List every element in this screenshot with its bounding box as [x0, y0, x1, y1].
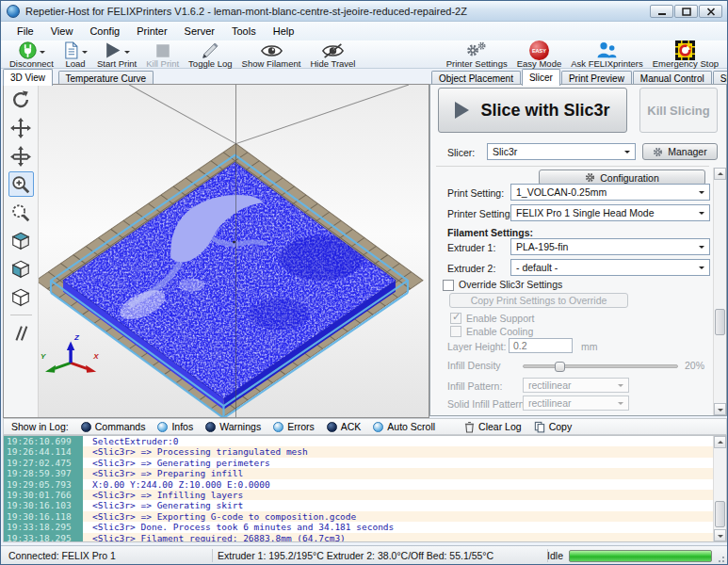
start-print-dropdown-arrow[interactable]: [124, 51, 130, 56]
load-button[interactable]: Load: [58, 40, 92, 69]
zoom-out-tool-button[interactable]: [8, 200, 34, 225]
override-settings-checkbox[interactable]: [443, 280, 454, 291]
show-filament-button[interactable]: Show Filament: [237, 40, 306, 69]
log-row: 19:30:16.103<Slic3r> => Generating skirt: [4, 500, 726, 510]
scroll-up-button[interactable]: [714, 436, 726, 448]
menu-item-file[interactable]: File: [8, 24, 42, 39]
easy-mode-button[interactable]: EASY Easy Mode: [512, 40, 567, 69]
extruder2-select[interactable]: - default -: [510, 259, 710, 276]
app-window: Repetier-Host for FELIXPrinters V1.6.2 -…: [0, 0, 728, 565]
printer-settings-button[interactable]: Printer Settings: [442, 40, 512, 69]
front-view-button[interactable]: [8, 256, 34, 282]
menu-item-help[interactable]: Help: [265, 24, 303, 39]
emergency-stop-button[interactable]: Emergency Stop: [648, 40, 723, 69]
pencil-icon: [202, 41, 219, 59]
parallel-projection-icon: [10, 323, 31, 344]
scrollbar-thumb[interactable]: [715, 309, 725, 335]
wireframe-view-button[interactable]: [8, 284, 34, 310]
print-setting-select[interactable]: 1_VOLCAN-0.25mm: [510, 184, 710, 201]
infill-density-label: Infill Density: [447, 360, 501, 371]
maximize-button[interactable]: [674, 5, 698, 18]
slicer-select[interactable]: Slic3r: [487, 143, 636, 160]
menu-item-printer[interactable]: Printer: [128, 24, 175, 39]
move-tool-button[interactable]: [8, 115, 34, 140]
filter-commands[interactable]: Commands: [81, 421, 146, 432]
log-filter-bar: Show in Log: Commands Infos Warnings Err…: [3, 418, 727, 435]
panel-tabs: Object PlacementSlicerPrint PreviewManua…: [431, 69, 728, 84]
override-settings-label[interactable]: Override Slic3r Settings: [459, 279, 562, 290]
slice-play-icon: [455, 102, 469, 119]
disconnect-dropdown-arrow[interactable]: [40, 51, 45, 56]
triangle-up-icon: [718, 438, 723, 444]
3d-scene[interactable]: Y X Z: [39, 85, 429, 417]
scrollbar-thumb[interactable]: [715, 501, 725, 527]
log-view[interactable]: 19:26:10.699SelectExtruder:0 19:26:44.11…: [3, 435, 727, 542]
disconnect-button[interactable]: Disconnect: [5, 40, 58, 69]
kill-slicing-button: Kill Slicing: [639, 88, 718, 133]
connection-status: Connected: FELIX Pro 1: [8, 550, 116, 561]
window-controls: [650, 5, 722, 18]
parallel-projection-button[interactable]: [8, 320, 34, 346]
toggle-log-button[interactable]: Toggle Log: [184, 40, 236, 69]
start-print-button[interactable]: Start Print: [92, 40, 141, 69]
rotate-tool-button[interactable]: [8, 87, 34, 112]
hide-travel-button[interactable]: Hide Travel: [305, 40, 360, 69]
dropdown-arrow-icon: [624, 151, 630, 156]
filter-infos[interactable]: Infos: [157, 421, 193, 432]
clear-log-button[interactable]: Clear Log: [464, 421, 522, 433]
resize-grip[interactable]: [722, 560, 724, 562]
printer-settings-select[interactable]: FELIX Pro 1 Single Head Mode: [510, 204, 710, 221]
minimize-button[interactable]: [650, 5, 673, 18]
isometric-view-button[interactable]: [8, 228, 34, 253]
eye-slash-icon: [322, 43, 344, 58]
filter-warnings[interactable]: Warnings: [205, 421, 261, 432]
filter-auto-scroll[interactable]: Auto Scroll: [373, 421, 435, 432]
app-icon: [7, 5, 20, 18]
panel-scrollbar[interactable]: [713, 168, 726, 415]
menu-item-tools[interactable]: Tools: [223, 24, 265, 39]
viewport: Y X Z: [3, 84, 429, 418]
extruder1-select[interactable]: PLA-195-fin: [510, 238, 710, 255]
kill-print-button: Kill Print: [141, 40, 184, 69]
filter-errors[interactable]: Errors: [273, 421, 315, 432]
zoom-in-tool-button[interactable]: [8, 171, 34, 197]
scroll-down-button[interactable]: [714, 403, 726, 415]
tab-3d-view[interactable]: 3D View: [3, 69, 53, 86]
move-viewpoint-tool-button[interactable]: [8, 143, 34, 169]
close-button[interactable]: [699, 5, 722, 18]
axis-x-label: X: [92, 352, 99, 361]
tab-slicer[interactable]: Slicer: [522, 69, 560, 86]
errors-toggle-icon: [273, 422, 283, 432]
menu-item-server[interactable]: Server: [176, 24, 223, 39]
view-tabs: 3D View Temperature Curve: [3, 69, 154, 84]
menu-item-view[interactable]: View: [42, 24, 82, 39]
scroll-down-button[interactable]: [714, 529, 726, 541]
menu-bar: File View Config Printer Server Tools He…: [1, 22, 727, 40]
log-row: 19:30:01.766<Slic3r> => Infilling layers: [4, 490, 726, 500]
dropdown-arrow-icon: [699, 266, 704, 272]
copy-log-button[interactable]: Copy: [534, 421, 573, 433]
zoom-in-icon: [10, 174, 31, 195]
layer-height-input: 0.2: [509, 338, 573, 353]
log-scrollbar[interactable]: [713, 436, 726, 541]
trash-icon: [464, 421, 475, 433]
filter-ack[interactable]: ACK: [327, 421, 362, 432]
log-row: 19:26:10.699SelectExtruder:0: [4, 436, 726, 446]
enable-cooling-label: Enable Cooling: [466, 326, 533, 337]
layer-height-label: Layer Height:: [447, 341, 506, 352]
gear-icon: [585, 172, 595, 183]
menu-item-config[interactable]: Config: [81, 24, 128, 39]
move-viewpoint-icon: [10, 146, 31, 167]
infill-density-slider: [523, 364, 678, 368]
manager-button[interactable]: Manager: [642, 143, 718, 160]
enable-support-label: Enable Support: [466, 313, 534, 324]
log-row: 19:28:59.397<Slic3r> => Preparing infill: [4, 468, 726, 478]
ask-felixprinters-button[interactable]: Ask FELIXprinters: [566, 40, 648, 69]
stop-square-icon: [154, 42, 171, 59]
slice-button[interactable]: Slice with Slic3r: [438, 88, 627, 133]
play-icon: [104, 41, 121, 59]
dropdown-arrow-icon: [699, 246, 704, 251]
load-dropdown-arrow[interactable]: [82, 51, 88, 56]
log-row: 19:30:16.118<Slic3r> => Exporting G-code…: [4, 511, 726, 522]
scroll-up-button[interactable]: [714, 168, 726, 180]
